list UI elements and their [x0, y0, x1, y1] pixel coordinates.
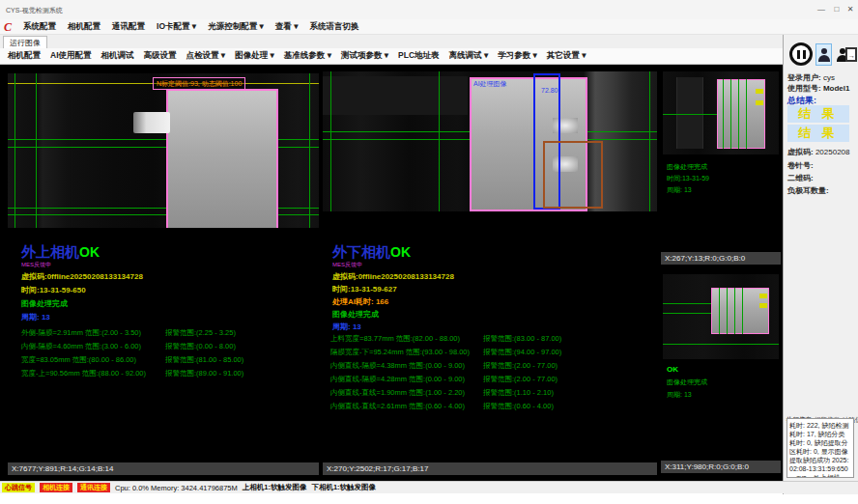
- cpu-memory-status: Cpu: 0.0% Memory: 3424.41796875M: [115, 484, 238, 492]
- measurement-row: 内侧直线-隔膜=4.28mm 范围:(0.00 - 9.00): [330, 375, 465, 384]
- user-icon: [818, 48, 830, 62]
- process-done-line: 图像处理完成: [21, 298, 68, 309]
- tool-baseline-params[interactable]: 基准线参数 ▾: [284, 50, 331, 62]
- pin-number-label: 卷针号:: [787, 160, 814, 171]
- annotation-marker: [756, 100, 763, 105]
- inspected-cell-region: [166, 89, 278, 228]
- machine-structure: [676, 77, 703, 149]
- overlay-line: [14, 73, 15, 228]
- status-line: 周期: 13: [667, 390, 692, 400]
- tool-camera-config[interactable]: 相机配置: [8, 50, 41, 62]
- tool-other-settings[interactable]: 其它设置 ▾: [547, 50, 586, 62]
- camera-image-right-bottom[interactable]: [663, 274, 779, 359]
- upper-camera-trigger-link[interactable]: 上相机1:软触发图像: [243, 483, 307, 492]
- overlay-line: [727, 288, 728, 334]
- roi-box: [543, 141, 603, 209]
- tab-run-image[interactable]: 运行图像: [3, 36, 47, 49]
- tool-image-processing[interactable]: 图像处理 ▾: [235, 50, 274, 62]
- ai-image-label: AI处理图像: [473, 79, 507, 89]
- measurement-row: 外侧-隔膜=2.91mm 范围:(2.00 - 3.50): [21, 328, 141, 338]
- app-logo-icon: C: [4, 21, 12, 33]
- close-button[interactable]: ✕: [843, 3, 858, 16]
- alarm-range: 报警范围:(1.10 - 2.10): [483, 388, 554, 398]
- exit-button[interactable]: →: [844, 43, 858, 66]
- menu-camera-config[interactable]: 相机配置: [68, 21, 100, 33]
- login-user-value: cys: [823, 73, 835, 82]
- menu-light-control-config[interactable]: 光源控制配置 ▾: [208, 21, 264, 33]
- result-ok-badge: OK: [390, 244, 411, 260]
- menu-view[interactable]: 查看 ▾: [275, 21, 299, 33]
- login-user-label: 登录用户:: [787, 73, 821, 82]
- time-line: 时间:13-31-59-650: [21, 285, 86, 295]
- model-row: 使用型号: Model1: [787, 83, 849, 94]
- tool-offline-debug[interactable]: 离线调试 ▾: [449, 50, 489, 62]
- lower-camera-trigger-link[interactable]: 下相机1:软触发图像: [311, 483, 376, 492]
- overlay-line: [36, 73, 37, 228]
- tool-spot-check[interactable]: 点检设置 ▾: [186, 50, 226, 62]
- tool-test-item-params[interactable]: 测试项参数 ▾: [341, 50, 388, 62]
- user-login-button[interactable]: [815, 43, 832, 66]
- tool-learning-params[interactable]: 学习参数 ▾: [498, 50, 537, 62]
- mes-feedback-label: MES反馈中: [21, 261, 51, 269]
- camera-name-label: 外上相机: [21, 243, 79, 260]
- overlay-line: [330, 71, 331, 211]
- pause-button[interactable]: [789, 42, 813, 66]
- alarm-range: 报警范围:(94.00 - 97.00): [483, 348, 561, 357]
- alarm-range: 报警范围:(2.00 - 77.00): [483, 375, 558, 384]
- virtual-code-line: 虚拟码:0ffline20250208133134728: [332, 271, 454, 282]
- overlay-line: [663, 114, 717, 115]
- camera-image-left[interactable]: N标定阈值:93, 动态阈值:100: [8, 73, 319, 228]
- annotation-marker: [759, 294, 767, 298]
- camera-panel-right-top: 图像处理完成 时间:13-31-59 周期: 13 X:267;Y:13;R:0…: [661, 70, 781, 265]
- tool-advanced-settings[interactable]: 高级设置: [144, 50, 177, 62]
- pixel-coordinate-bar: X:270;Y:2502;R:17;G:17;B:17: [323, 462, 657, 475]
- virtual-code-row: 虚拟码: 20250208: [787, 147, 850, 157]
- tool-camera-debug[interactable]: 相机调试: [101, 50, 134, 62]
- measurement-row: 内侧直线-直线=1.90mm 范围:(1.00 - 2.20): [330, 388, 465, 398]
- tool-ai-usage-config[interactable]: AI使用配置: [50, 50, 92, 62]
- ai-time-line: 处理AI耗时: 166: [332, 296, 388, 307]
- model-value: Model1: [823, 84, 850, 93]
- alarm-range: 报警范围:(0.60 - 4.00): [483, 402, 554, 411]
- measurement-row: 宽度=83.05mm 范围:(80.00 - 86.00): [21, 355, 136, 365]
- toolbar: 相机配置 AI使用配置 相机调试 高级设置 点检设置 ▾ 图像处理 ▾ 基准线参…: [0, 48, 783, 65]
- main-view-area: N标定阈值:93, 动态阈值:100 外上相机OK MES反馈中 虚拟码:0ff…: [0, 65, 783, 481]
- overlay-line: [723, 79, 724, 149]
- camera-image-middle[interactable]: AI处理图像 72.80: [323, 71, 657, 211]
- tool-plc-address-table[interactable]: PLC地址表: [398, 50, 440, 62]
- pixel-coordinate-bar: X:311;Y:980;R:0;G:0;B:0: [661, 461, 781, 473]
- alarm-range: 报警范围:(2.00 - 77.00): [483, 361, 558, 371]
- camera-image-right-top[interactable]: [663, 71, 779, 154]
- menu-comm-config[interactable]: 通讯配置: [112, 21, 145, 33]
- status-line: 时间:13-31-59: [667, 174, 709, 183]
- menu-io-card-config[interactable]: IO卡配置 ▾: [157, 21, 196, 33]
- minimize-button[interactable]: —: [814, 3, 829, 16]
- camera-connection-badge: 相机连接: [40, 483, 72, 492]
- title-bar: CYS-视觉检测系统 — □ ✕: [0, 0, 858, 20]
- measurement-row: 内侧直线-直线=2.61mm 范围:(0.60 - 4.00): [330, 402, 465, 411]
- alarm-range: 报警范围:(83.00 - 87.00): [483, 334, 561, 344]
- menu-system-config[interactable]: 系统配置: [23, 21, 56, 33]
- camera-panel-outer-lower: AI处理图像 72.80 外下相机OK MES反馈中 虚拟码:0ffline20…: [323, 70, 657, 475]
- camera-result-title: 外下相机OK: [332, 243, 411, 262]
- status-line: 周期: 13: [667, 185, 692, 195]
- menu-language-switch[interactable]: 系统语言切换: [309, 21, 358, 33]
- mes-feedback-label: MES反馈中: [332, 261, 362, 269]
- pixel-coordinate-bar: X:7677;Y:891;R:14;G:14;B:14: [8, 462, 319, 475]
- overlay-line: [742, 288, 743, 334]
- measurement-row: 宽度-上=90.56mm 范围:(88.00 - 92.00): [21, 369, 146, 378]
- overlay-line: [309, 73, 310, 228]
- measurement-row: 隔膜宽度-下=95.24mm 范围:(93.00 - 98.00): [330, 348, 470, 357]
- pause-icon: [797, 50, 800, 59]
- overlay-line: [738, 79, 739, 149]
- camera-panel-right-bottom: OK 图像处理完成 周期: 13 X:311;Y:980;R:0;G:0;B:0: [661, 268, 781, 473]
- comm-connection-badge: 通讯连接: [77, 483, 110, 492]
- status-line: 图像处理完成: [667, 162, 707, 172]
- alarm-range: 报警范围:(2.25 - 3.25): [165, 328, 236, 338]
- execution-log[interactable]: 耗时: 222, 缺陷检测耗时: 17, 缺陷分类耗时: 0, 缺陷提取分区耗时…: [786, 418, 854, 478]
- window-title: CYS-视觉检测系统: [6, 6, 63, 15]
- result-display-2: 结 果: [787, 125, 849, 142]
- overlay-line: [730, 79, 731, 149]
- virtual-code-label: 虚拟码:: [787, 148, 814, 156]
- process-done-line: 图像处理完成: [332, 309, 379, 320]
